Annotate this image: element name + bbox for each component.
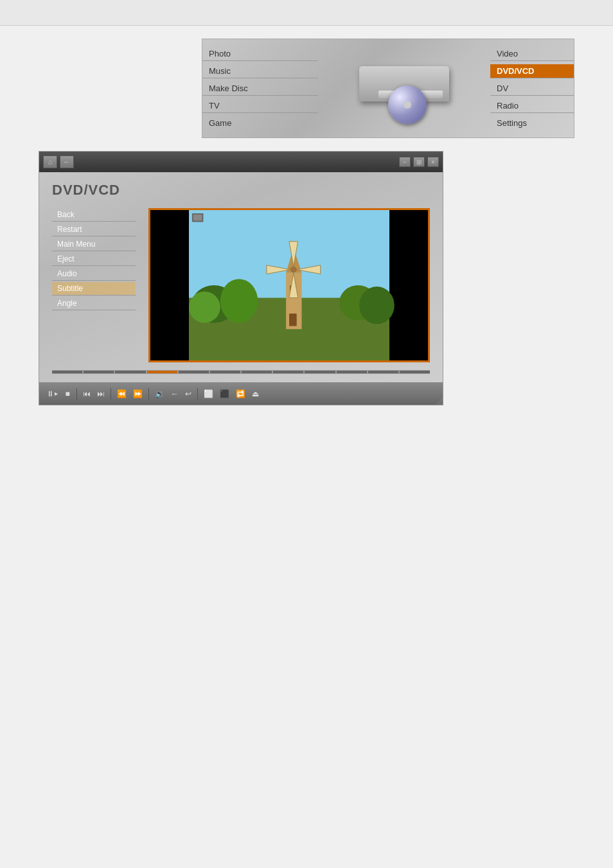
- nav-item-dv[interactable]: DV: [490, 82, 574, 96]
- back-button[interactable]: ←: [60, 155, 74, 168]
- nav-item-video[interactable]: Video: [490, 47, 574, 61]
- nav-right-menu: Video DVD/VCD DV Radio Settings: [490, 39, 574, 137]
- svg-rect-10: [289, 314, 297, 326]
- svg-line-20: [441, 403, 443, 405]
- ffwd-btn[interactable]: ⏩: [131, 388, 145, 400]
- menu-item-eject[interactable]: Eject: [52, 252, 136, 266]
- svg-point-4: [189, 292, 220, 323]
- menu-item-back[interactable]: Back: [52, 208, 136, 222]
- menu-item-restart[interactable]: Restart: [52, 223, 136, 236]
- player-body: DVD/VCD Back Restart Main Menu Eject Aud…: [39, 172, 443, 377]
- next-btn[interactable]: ⏭: [95, 388, 107, 400]
- resize-icon: [434, 396, 443, 405]
- nav-item-tv[interactable]: TV: [202, 99, 318, 113]
- nav-item-music[interactable]: Music: [202, 64, 318, 78]
- stop2-btn[interactable]: ⬜: [202, 388, 215, 400]
- menu-item-subtitle[interactable]: Subtitle: [52, 282, 136, 296]
- controls-bar: ⏸▶ ■ ⏮ ⏭ ⏪ ⏩ 🔉 ← ↩ ⬜ ⬛ 🔁 ⏏: [39, 382, 443, 405]
- progress-seg-10: [337, 371, 367, 373]
- progress-seg-5: [179, 371, 209, 373]
- svg-point-6: [359, 287, 395, 324]
- player-left-menu: Back Restart Main Menu Eject Audio Subti…: [52, 208, 136, 362]
- nav-item-photo[interactable]: Photo: [202, 47, 318, 61]
- dvd-disc: [388, 85, 427, 124]
- player-window: ⌂ ← − ⊞ × DVD/VCD Back Restart Main Menu…: [39, 151, 443, 405]
- sep1: [76, 388, 77, 400]
- titlebar-right-buttons: − ⊞ ×: [399, 157, 439, 167]
- nav-item-game[interactable]: Game: [202, 116, 318, 130]
- home-button[interactable]: ⌂: [43, 155, 57, 168]
- resize-handle[interactable]: [434, 396, 443, 405]
- progress-seg-9: [305, 371, 335, 373]
- progress-seg-3: [115, 371, 145, 373]
- progress-seg-6: [210, 371, 240, 373]
- pause-play-btn[interactable]: ⏸▶: [44, 388, 60, 400]
- content-area: Photo Music Make Disc TV Game Video DVD/…: [0, 26, 613, 405]
- nav-item-settings[interactable]: Settings: [490, 116, 574, 130]
- progress-seg-11: [368, 371, 398, 373]
- close-button[interactable]: ×: [427, 157, 439, 167]
- prev-btn[interactable]: ⏮: [81, 388, 93, 400]
- restore-button[interactable]: ⊞: [413, 157, 425, 167]
- repeat-btn[interactable]: 🔁: [234, 388, 247, 400]
- menu-item-audio[interactable]: Audio: [52, 267, 136, 281]
- nav-item-radio[interactable]: Radio: [490, 99, 574, 113]
- nav-item-makedisc[interactable]: Make Disc: [202, 82, 318, 96]
- top-bar: [0, 0, 613, 26]
- svg-point-3: [220, 279, 258, 323]
- nav-item-dvdvcd[interactable]: DVD/VCD: [490, 64, 574, 78]
- progress-seg-1: [52, 371, 82, 373]
- sep4: [197, 388, 198, 400]
- rewind-btn[interactable]: ⏪: [115, 388, 129, 400]
- svg-point-11: [290, 267, 297, 273]
- menu-item-mainmenu[interactable]: Main Menu: [52, 238, 136, 251]
- svg-rect-17: [193, 215, 202, 221]
- progress-seg-12: [400, 371, 430, 373]
- nav-center-dvd: [318, 39, 490, 137]
- progress-seg-7: [242, 371, 272, 373]
- nav-panel: Photo Music Make Disc TV Game Video DVD/…: [202, 39, 574, 138]
- menu-item-angle[interactable]: Angle: [52, 297, 136, 310]
- stop-btn[interactable]: ■: [62, 388, 73, 400]
- sep3: [148, 388, 149, 400]
- progress-seg-8: [273, 371, 303, 373]
- titlebar-left-buttons: ⌂ ←: [43, 155, 74, 168]
- step-back-btn[interactable]: ←: [169, 388, 181, 400]
- progress-seg-4: [147, 371, 177, 373]
- windmill-image: [150, 210, 428, 360]
- player-title: DVD/VCD: [52, 182, 430, 199]
- record-btn[interactable]: ⬛: [218, 388, 231, 400]
- eject-btn[interactable]: ⏏: [250, 388, 261, 400]
- video-preview: [148, 208, 430, 362]
- sep2: [111, 388, 111, 400]
- dvd-player-illustration: [353, 53, 456, 124]
- progress-seg-2: [84, 371, 114, 373]
- nav-left-menu: Photo Music Make Disc TV Game: [202, 39, 318, 137]
- vol-down-btn[interactable]: 🔉: [153, 388, 166, 400]
- progress-bar[interactable]: [52, 370, 430, 374]
- player-titlebar: ⌂ ← − ⊞ ×: [39, 152, 443, 172]
- slow-btn[interactable]: ↩: [183, 388, 193, 400]
- player-main: Back Restart Main Menu Eject Audio Subti…: [52, 208, 430, 362]
- minimize-button[interactable]: −: [399, 157, 411, 167]
